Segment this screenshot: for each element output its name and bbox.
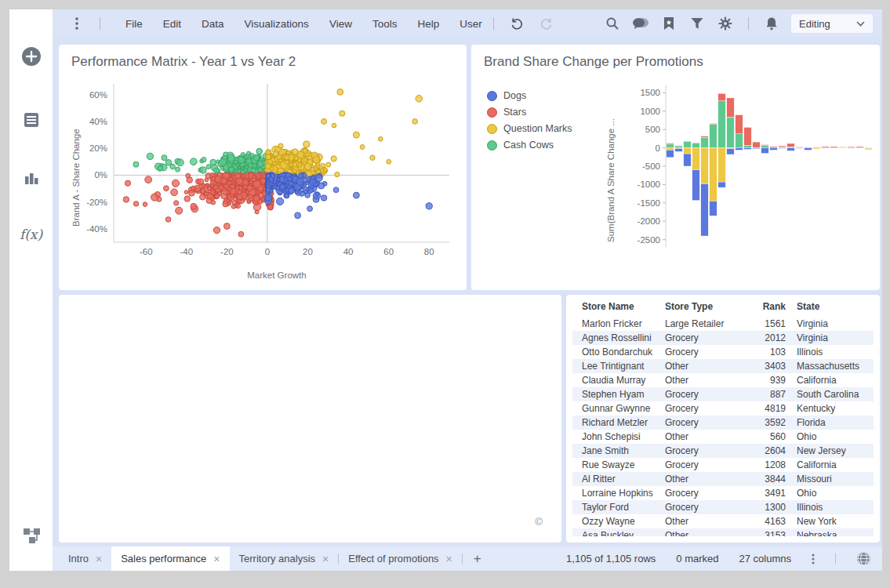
svg-text:-60: -60	[140, 247, 153, 256]
table-row[interactable]: Lee TrintignantOther3403Massachusetts	[572, 359, 874, 373]
cell-type: Grocery	[665, 403, 745, 414]
legend-item-dogs[interactable]: Dogs	[487, 90, 572, 101]
chevron-down-icon	[856, 21, 865, 27]
legend-item-question-marks[interactable]: Question Marks	[487, 123, 572, 134]
cell-rank: 4819	[745, 403, 786, 414]
comments-icon[interactable]	[629, 13, 652, 34]
table-row[interactable]: Otto BondarchukGrocery103Illinois	[572, 345, 874, 359]
table-row[interactable]: Jane SmithGrocery2604New Jersey	[572, 444, 874, 458]
redo-icon[interactable]	[535, 13, 558, 34]
table-row[interactable]: Taylor FordGrocery1300Illinois	[572, 500, 874, 514]
table-row[interactable]: Rue SwayzeGrocery1208California	[572, 458, 874, 472]
page-tabbar: Intro×Sales performance×Territory analys…	[53, 546, 882, 571]
cell-rank: 103	[745, 347, 786, 358]
tab-intro[interactable]: Intro×	[59, 546, 111, 571]
cell-name: Rue Swayze	[572, 459, 665, 470]
add-icon[interactable]	[9, 45, 53, 68]
search-icon[interactable]	[601, 13, 624, 34]
table-row[interactable]: Stephen HyamGrocery887South Carolina	[572, 387, 874, 401]
divider	[100, 17, 100, 30]
svg-text:1500: 1500	[640, 88, 660, 97]
left-toolbar: f(x)	[9, 9, 53, 571]
mode-selector[interactable]: Editing	[791, 14, 873, 33]
undo-icon[interactable]	[505, 13, 529, 34]
svg-text:0: 0	[265, 247, 270, 256]
bookmark-icon[interactable]	[657, 13, 681, 34]
kebab-menu-icon[interactable]	[65, 13, 89, 34]
table-row[interactable]: Claudia MurrayOther939California	[572, 373, 874, 387]
menu-item-visualizations[interactable]: Visualizations	[245, 18, 309, 30]
data-table-icon[interactable]	[9, 108, 53, 132]
table-row[interactable]: Richard MetzlerGrocery3592Florida	[572, 416, 874, 430]
cell-name: Richard Metzler	[572, 417, 665, 428]
tab-close-icon[interactable]: ×	[322, 554, 329, 564]
cell-name: Gunnar Gwynne	[572, 403, 665, 414]
cell-type: Other	[665, 431, 745, 442]
legend-item-cash-cows[interactable]: Cash Cows	[487, 140, 572, 151]
table-row[interactable]: Lorraine HopkinsGrocery3491Ohio	[572, 486, 874, 500]
functions-icon[interactable]: f(x)	[9, 223, 53, 246]
menu-item-user[interactable]: User	[460, 18, 482, 30]
data-canvas-icon[interactable]	[9, 523, 53, 546]
cell-state: Kentucky	[786, 403, 874, 414]
table-row[interactable]: Ozzy WayneOther4163New York	[572, 514, 874, 528]
bar-chart-icon[interactable]	[9, 166, 53, 190]
filter-icon[interactable]	[685, 13, 709, 34]
map-panel: ©	[59, 295, 561, 543]
legend-item-stars[interactable]: Stars	[487, 107, 572, 118]
cell-state: Ohio	[786, 488, 874, 499]
table-row[interactable]: Asa BuckleyOther3153Nebraska	[572, 528, 874, 536]
svg-text:0: 0	[656, 143, 660, 153]
cell-type: Grocery	[665, 347, 745, 358]
notifications-bell-icon[interactable]	[760, 13, 783, 34]
cell-name: Marlon Fricker	[572, 318, 665, 329]
cell-name: Al Ritter	[572, 474, 665, 485]
cell-type: Grocery	[665, 417, 745, 428]
tab-sales-performance[interactable]: Sales performance×	[111, 546, 229, 571]
table-body: Marlon FrickerLarge Retailer1561Virginia…	[572, 317, 874, 536]
bar-chart-legend: DogsStarsQuestion MarksCash Cows	[487, 90, 572, 151]
cell-state: South Carolina	[786, 389, 874, 400]
cell-rank: 1300	[745, 502, 786, 513]
legend-color-dot	[487, 91, 497, 101]
cell-name: Jane Smith	[572, 445, 665, 456]
table-row[interactable]: Agnes RosselliniGrocery2012Virginia	[572, 331, 874, 345]
col-rank[interactable]: Rank	[745, 301, 786, 315]
menu-item-view[interactable]: View	[329, 18, 352, 30]
menu-item-edit[interactable]: Edit	[163, 18, 181, 30]
tab-close-icon[interactable]: ×	[96, 554, 102, 564]
tab-close-icon[interactable]: ×	[213, 554, 220, 564]
scatter-title: Performance Matrix - Year 1 vs Year 2	[71, 54, 296, 70]
table-row[interactable]: Al RitterOther3844Missouri	[572, 472, 874, 486]
cell-state: Virginia	[786, 318, 874, 329]
tab-effect-of-promotions[interactable]: Effect of promotions×	[339, 546, 462, 571]
table-row[interactable]: Gunnar GwynneGrocery4819Kentucky	[572, 401, 874, 416]
cell-rank: 3403	[745, 361, 786, 372]
map-visualization[interactable]	[67, 303, 554, 535]
menu-item-help[interactable]: Help	[417, 18, 439, 30]
tab-close-icon[interactable]: ×	[446, 554, 452, 564]
cell-state: Nebraska	[786, 530, 874, 536]
divider	[493, 17, 494, 30]
menu-item-file[interactable]: File	[125, 18, 143, 30]
menu-item-tools[interactable]: Tools	[372, 18, 398, 30]
add-page-button[interactable]: +	[463, 546, 492, 571]
globe-icon[interactable]	[856, 551, 871, 566]
cell-type: Other	[665, 375, 745, 386]
tab-territory-analysis[interactable]: Territory analysis×	[230, 546, 339, 571]
divider	[748, 17, 749, 30]
cell-name: Stephen Hyam	[572, 389, 665, 400]
page-tabs: Intro×Sales performance×Territory analys…	[59, 546, 492, 571]
scatter-plot[interactable]: 60%40%20%0%-20%-40%-60-40-20020406080	[64, 76, 460, 263]
menu-item-data[interactable]: Data	[202, 18, 224, 30]
col-store-type[interactable]: Store Type	[665, 301, 745, 315]
table-row[interactable]: Marlon FrickerLarge Retailer1561Virginia	[572, 317, 874, 331]
col-store-name[interactable]: Store Name	[572, 301, 665, 315]
table-row[interactable]: John SchepisiOther560Ohio	[572, 430, 874, 444]
col-state[interactable]: State	[786, 301, 874, 315]
legend-label: Stars	[503, 107, 526, 118]
bar-chart-plot[interactable]: 150010005000-500-1000-1500-2000-2500	[619, 79, 877, 285]
gear-icon[interactable]	[714, 13, 737, 34]
status-kebab-icon[interactable]	[812, 554, 815, 564]
map-attribution-button[interactable]: ©	[529, 511, 549, 532]
